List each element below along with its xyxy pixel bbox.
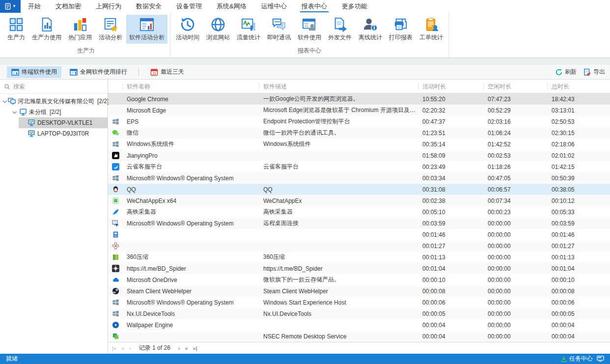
ribbon-item-流量统计[interactable]: 流量统计 — [234, 15, 263, 44]
chevron-down-icon[interactable] — [11, 111, 17, 113]
table-row[interactable]: EPSEndpoint Protection管理控制平台00:47:3702:0… — [108, 116, 610, 127]
chevron-down-icon[interactable] — [3, 100, 6, 103]
cell-idle-duration: 00:00:00 — [484, 299, 548, 306]
toolbar-separator — [139, 68, 139, 76]
tree-node-LAPTOP-D9J3IT0R[interactable]: LAPTOP-D9J3IT0R — [19, 128, 108, 139]
export-button[interactable]: 导出 — [583, 68, 605, 76]
table-row[interactable]: 360压缩360压缩00:01:1300:00:0000:01:13 — [108, 252, 610, 263]
cell-total-duration: 00:03:59 — [548, 220, 610, 227]
ribbon-item-热门应用[interactable]: 热门应用 — [65, 15, 95, 44]
column-active-duration[interactable]: 活动时长 — [418, 83, 484, 90]
grid-icon — [9, 17, 24, 32]
refresh-button[interactable]: 刷新 — [555, 68, 577, 76]
table-row[interactable]: Windows系统组件Windows系统组件00:35:1401:42:5202… — [108, 139, 610, 150]
nsec-icon — [112, 333, 119, 340]
ribbon-item-打印报表[interactable]: 打印报表 — [386, 15, 416, 44]
qq-icon — [112, 186, 119, 193]
search-input[interactable] — [13, 83, 104, 90]
doc-out-icon — [333, 17, 347, 32]
cell-software-desc: WeChatAppEx — [259, 197, 418, 204]
menu-item-系统&网络[interactable]: 系统&网络 — [209, 0, 254, 13]
cell-total-duration: 00:10:12 — [548, 197, 610, 204]
cell-idle-duration: 00:52:29 — [484, 107, 548, 114]
ribbon-item-生产力[interactable]: 生产力 — [4, 15, 28, 44]
table-row[interactable]: 微信微信一款跨平台的通讯工具。01:23:5101:06:2402:30:15 — [108, 127, 610, 139]
ribbon-item-活动时间[interactable]: 活动时间 — [173, 15, 202, 44]
menu-item-设备管理[interactable]: 设备管理 — [169, 0, 209, 13]
table-row[interactable]: NSEC Remote Desktop Service00:00:0400:00… — [108, 331, 610, 342]
remote-desktop-icon[interactable] — [597, 356, 604, 362]
table-row[interactable]: 00:01:2700:00:0000:01:27 — [108, 240, 610, 252]
cell-total-duration: 00:00:08 — [548, 288, 610, 295]
menu-item-报表中心[interactable]: 报表中心 — [294, 0, 334, 13]
column-total-duration[interactable]: 总时长 — [548, 83, 610, 90]
prev-page-button[interactable]: ‹ — [127, 345, 133, 351]
menu-item-运维中心[interactable]: 运维中心 — [254, 0, 294, 13]
pc-icon — [28, 130, 35, 138]
tab-terminal-software-usage[interactable]: 终端软件使用 — [7, 66, 61, 78]
tree-node-河北瀚星辰文化传媒有限公司[interactable]: 河北瀚星辰文化传媒有限公司[2/2] — [2, 96, 108, 107]
ribbon-item-离线统计[interactable]: 离线统计 — [356, 15, 385, 44]
cell-total-duration: 01:42:15 — [548, 164, 610, 170]
cell-total-duration: 00:00:05 — [548, 310, 610, 317]
prev-group-button[interactable]: « — [119, 345, 126, 351]
table-row[interactable]: WeChatAppEx x64WeChatAppEx00:02:3800:07:… — [108, 195, 610, 206]
table-row[interactable]: 00:01:4600:00:0000:01:46 — [108, 229, 610, 240]
table-row[interactable]: Microsoft EdgeMicrosoft Edge浏览器是微软基于 Chr… — [108, 105, 610, 116]
table-row[interactable]: Steam Client WebHelperSteam Client WebHe… — [108, 285, 610, 297]
tab-network-software-ranking[interactable]: 全网软件使用排行 — [65, 66, 132, 78]
table-row[interactable]: Nx.UI.DeviceToolsNx.UI.DeviceTools00:00:… — [108, 308, 610, 319]
ribbon-item-软件活动分析[interactable]: 软件活动分析 — [126, 15, 167, 44]
svg-text:23: 23 — [152, 71, 156, 75]
table-row[interactable]: Google Chrome一款Google公司开发的网页浏览器。10:55:20… — [108, 93, 610, 105]
tree-node-DESKTOP-VLKTLE1[interactable]: DESKTOP-VLKTLE1 — [19, 117, 108, 128]
ribbon-item-工单统计[interactable]: 工单统计 — [416, 15, 446, 44]
app-menu-button[interactable]: ▼ — [0, 0, 21, 13]
table-row[interactable]: 云雀客服平台云雀客服平台00:23:4901:18:2601:42:15 — [108, 161, 610, 172]
table-row[interactable]: JianyingPro01:58:0900:02:5302:01:02 — [108, 150, 610, 161]
column-idle-duration[interactable]: 空闲时长 — [484, 83, 548, 90]
cell-total-duration: 00:38:05 — [548, 186, 610, 193]
table-row[interactable]: https://t.me/BD_Spiderhttps://t.me/BD_Sp… — [108, 263, 610, 274]
ribbon-item-外发文件[interactable]: 外发文件 — [325, 15, 355, 44]
export-icon — [583, 68, 591, 76]
cell-software-name: JianyingPro — [123, 152, 259, 159]
ribbon-item-label: 软件使用 — [298, 33, 321, 42]
next-group-button[interactable]: » — [183, 345, 190, 351]
menu-item-数据安全[interactable]: 数据安全 — [129, 0, 169, 13]
task-center-label: 任务中心 — [569, 355, 593, 363]
task-center-button[interactable]: 任务中心 — [560, 355, 593, 363]
tree-node-未分组[interactable]: 未分组[2/2] — [10, 107, 108, 117]
table-row[interactable]: QQQQ00:31:0800:06:5700:38:05 — [108, 184, 610, 195]
cell-software-name: Nx.UI.DeviceTools — [123, 310, 259, 317]
ribbon-item-生产力使用[interactable]: 生产力使用 — [29, 15, 64, 44]
table-row[interactable]: 高铁采集器高铁采集器00:05:1000:00:2300:05:33 — [108, 206, 610, 218]
app-menu-icon — [4, 3, 11, 10]
cell-active-duration: 00:01:27 — [418, 243, 484, 250]
menu-item-开始[interactable]: 开始 — [21, 0, 48, 13]
first-page-button[interactable]: |« — [110, 345, 118, 351]
cell-total-duration: 18:42:43 — [548, 96, 610, 103]
cell-idle-duration: 00:06:57 — [484, 186, 548, 193]
table-row[interactable]: Microsoft OneDrive微软旗下的一款云存储产品。00:00:100… — [108, 274, 610, 285]
ribbon-item-软件使用[interactable]: 软件使用 — [295, 15, 324, 44]
table-row[interactable]: Wallpaper Engine00:00:0400:00:0000:00:04 — [108, 319, 610, 331]
column-software-name[interactable]: 软件名称 — [123, 83, 259, 90]
cell-software-desc: Nx.UI.DeviceTools — [259, 310, 418, 317]
column-software-desc[interactable]: 软件描述 — [259, 83, 418, 90]
menu-item-更多功能[interactable]: 更多功能 — [334, 0, 375, 13]
recent-three-days-button[interactable]: 23 最近三天 — [146, 66, 189, 78]
ribbon-item-即时通讯[interactable]: 即时通讯 — [264, 15, 294, 44]
last-page-button[interactable]: »| — [191, 345, 199, 351]
table-row[interactable]: Microsoft® Windows® Operating SystemWind… — [108, 297, 610, 308]
ribbon-item-浏览网站[interactable]: 浏览网站 — [203, 15, 233, 44]
menu-item-上网行为[interactable]: 上网行为 — [88, 0, 129, 13]
table-row[interactable]: Microsoft® Windows® Operating System00:0… — [108, 172, 610, 184]
tab-label: 全网软件使用排行 — [80, 68, 127, 76]
next-page-button[interactable]: › — [176, 345, 182, 351]
ribbon-item-活动分析[interactable]: 活动分析 — [96, 15, 125, 44]
cell-total-duration: 00:01:13 — [548, 254, 610, 261]
table-row[interactable]: Microsoft® Windows® Operating System远程桌面… — [108, 218, 610, 229]
menu-item-文档加密[interactable]: 文档加密 — [48, 0, 88, 13]
ribbon-item-label: 工单统计 — [419, 33, 443, 42]
